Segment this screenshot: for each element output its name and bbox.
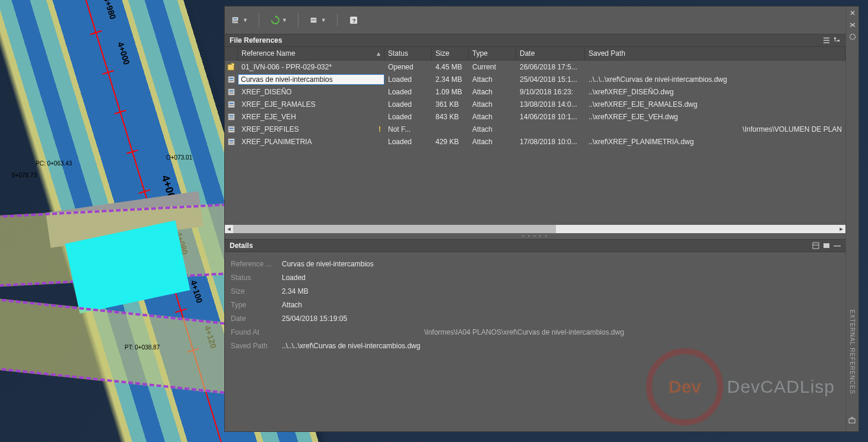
file-icon <box>225 113 238 121</box>
svg-rect-17 <box>228 101 235 107</box>
palette-title: EXTERNAL REFERENCES <box>849 310 856 395</box>
svg-rect-4 <box>310 18 317 23</box>
table-row[interactable]: XREF_EJE_RAMALESLoaded361 KBAttach13/08/… <box>225 98 845 110</box>
cell-status: Loaded <box>384 113 432 121</box>
cell-date: 17/08/2018 10:0... <box>516 138 585 146</box>
svg-rect-32 <box>849 419 855 423</box>
file-icon <box>225 100 238 109</box>
column-header-name[interactable]: Reference Name ▴ <box>238 47 384 60</box>
change-path-button[interactable]: ▼ <box>309 15 326 26</box>
cell-path: ..\xref\XREF_DISEÑO.dwg <box>585 88 845 96</box>
grid-header: Reference Name ▴ Status Size Type Date S… <box>225 47 845 61</box>
svg-rect-30 <box>824 243 829 248</box>
cell-type: Attach <box>469 100 516 109</box>
auto-hide-icon[interactable] <box>848 416 857 425</box>
help-button[interactable]: ? <box>348 15 359 26</box>
pt-label: PT: 0+038.87 <box>125 344 160 351</box>
cell-name: 01_IVN-006 - PPR-029-032* <box>238 63 384 71</box>
scroll-right-button[interactable]: ► <box>837 225 845 233</box>
details-view-button[interactable] <box>812 242 819 249</box>
svg-point-31 <box>850 34 855 40</box>
table-row[interactable]: Curvas de nivel-intercambiosLoaded2.34 M… <box>225 73 845 85</box>
cell-name: XREF_EJE_VEH <box>238 113 384 121</box>
svg-rect-28 <box>230 142 234 143</box>
cell-size: 361 KB <box>432 100 469 109</box>
cell-status: Not F... <box>384 125 432 133</box>
svg-rect-19 <box>230 104 234 106</box>
station-label: 3+980 <box>102 0 118 20</box>
list-view-button[interactable] <box>823 37 830 44</box>
panel-resizer[interactable]: • • • • • <box>225 233 845 239</box>
scroll-left-button[interactable]: ◄ <box>225 225 233 233</box>
detail-value: ..\..\..\xref\Curvas de nivel-intercambi… <box>282 342 840 350</box>
table-row[interactable]: XREF_DISEÑOLoaded1.09 MBAttach9/10/2018 … <box>225 85 845 98</box>
details-header: Details — <box>225 239 845 252</box>
cell-size: 429 KB <box>432 138 469 146</box>
file-icon <box>225 138 238 146</box>
cell-status: Opened <box>384 63 432 71</box>
dock-icon[interactable] <box>848 21 857 29</box>
warning-icon: ! <box>379 125 381 133</box>
cell-size: 4.45 MB <box>432 63 469 71</box>
station-label-small: O+073.01 <box>166 154 192 161</box>
attach-dwg-button[interactable]: DWG ▼ <box>231 15 248 26</box>
cell-status: Loaded <box>384 88 432 96</box>
details-body: Reference ...Curvas de nivel-intercambio… <box>225 252 845 431</box>
cell-type: Attach <box>469 125 516 133</box>
close-icon[interactable]: ✕ <box>848 9 857 17</box>
table-row[interactable]: XREF_PERFILES!Not F...Attach\Informes\VO… <box>225 123 845 135</box>
collapse-details-button[interactable]: — <box>834 242 841 249</box>
grid-body: 01_IVN-006 - PPR-029-032*Opened4.45 MBCu… <box>225 61 845 148</box>
file-icon <box>225 125 238 133</box>
svg-rect-11 <box>228 76 235 82</box>
cell-date: 14/06/2018 10:1... <box>516 113 585 121</box>
column-header-status[interactable]: Status <box>384 47 432 60</box>
column-header-date[interactable]: Date <box>516 47 585 60</box>
tree-view-button[interactable] <box>834 37 841 44</box>
station-label: 4+100 <box>189 279 205 304</box>
detail-label: Status <box>231 274 282 282</box>
svg-rect-16 <box>230 92 234 93</box>
svg-rect-25 <box>230 129 234 131</box>
detail-label: Found At <box>231 328 282 336</box>
cell-type: Attach <box>469 88 516 96</box>
cell-type: Current <box>469 63 516 71</box>
svg-rect-12 <box>230 78 234 79</box>
cell-status: Loaded <box>384 75 432 84</box>
svg-rect-13 <box>230 80 234 81</box>
detail-value: 25/04/2018 15:19:05 <box>282 314 840 323</box>
column-header-type[interactable]: Type <box>469 47 516 60</box>
cell-status: Loaded <box>384 100 432 109</box>
refresh-button[interactable]: ▼ <box>270 15 287 26</box>
chevron-down-icon: ▼ <box>243 17 248 23</box>
svg-rect-8 <box>838 40 840 42</box>
svg-text:DWG: DWG <box>233 20 240 23</box>
preview-button[interactable] <box>823 242 830 249</box>
column-header-path[interactable]: Saved Path <box>585 47 845 60</box>
sort-asc-icon: ▴ <box>377 49 380 58</box>
svg-rect-15 <box>230 90 234 91</box>
cell-name: Curvas de nivel-intercambios <box>238 74 384 85</box>
cell-path: \Informes\VOLUMEN DE PLAN <box>585 125 845 133</box>
detail-value: Curvas de nivel-intercambios <box>282 260 840 268</box>
column-header-size[interactable]: Size <box>432 47 469 60</box>
detail-value: Attach <box>282 301 840 309</box>
horizontal-scrollbar[interactable]: ◄ ► <box>225 225 845 233</box>
table-row[interactable]: XREF_EJE_VEHLoaded843 KBAttach14/06/2018… <box>225 110 845 123</box>
cell-path: ..\xref\XREF_EJE_RAMALES.dwg <box>585 100 845 109</box>
column-header-icon[interactable] <box>225 47 238 60</box>
section-title: File References <box>230 36 282 44</box>
properties-icon[interactable] <box>848 33 857 41</box>
cell-size: 1.09 MB <box>432 88 469 96</box>
table-row[interactable]: 01_IVN-006 - PPR-029-032*Opened4.45 MBCu… <box>225 61 845 73</box>
cell-name: XREF_EJE_RAMALES <box>238 100 384 109</box>
cell-type: Attach <box>469 138 516 146</box>
scroll-thumb[interactable] <box>233 225 556 233</box>
cell-path: ..\..\..\xref\Curvas de nivel-intercambi… <box>585 75 845 84</box>
svg-rect-22 <box>230 117 234 118</box>
pc-label: PC: 0+063.43 <box>36 160 72 167</box>
detail-label: Date <box>231 314 282 323</box>
table-row[interactable]: XREF_PLANIMETRIALoaded429 KBAttach17/08/… <box>225 135 845 148</box>
detail-label: Size <box>231 287 282 295</box>
svg-rect-7 <box>834 37 836 39</box>
